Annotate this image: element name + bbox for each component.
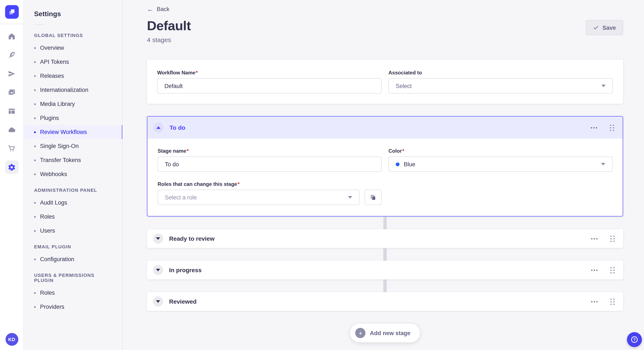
sidebar-item-audit-logs[interactable]: Audit Logs	[24, 196, 122, 210]
bullet-icon	[34, 159, 36, 161]
section-label-users-permissions-plugin: USERS & PERMISSIONS PLUGIN	[24, 266, 122, 286]
sidebar-item-media-library[interactable]: Media Library	[24, 97, 122, 111]
stage-more-options-icon[interactable]	[589, 125, 599, 130]
add-new-stage-button[interactable]: + Add new stage	[350, 324, 420, 342]
sidebar-item-internationalization[interactable]: Internationalization	[24, 83, 122, 97]
main-content: ← Back Default 4 stages Save Workflow Na…	[123, 0, 644, 350]
color-select[interactable]: Blue	[388, 157, 612, 172]
workflow-name-label: Workflow Name	[157, 70, 196, 76]
sidebar-item-plugins[interactable]: Plugins	[24, 111, 122, 125]
chevron-up-icon	[156, 126, 160, 129]
duplicate-stage-button[interactable]	[364, 190, 382, 205]
chevron-down-icon	[156, 300, 160, 303]
stage-roles-field: Roles that can change this stage* Select…	[158, 181, 382, 205]
stage-body-to-do: Stage name* Color* Blue	[147, 139, 623, 216]
stage-name-input[interactable]	[158, 157, 382, 172]
bullet-icon	[34, 216, 36, 217]
stage-more-options-icon[interactable]	[590, 268, 599, 272]
bullet-icon	[34, 173, 36, 175]
stage-drag-handle-icon[interactable]	[608, 123, 616, 133]
plus-icon: +	[356, 328, 366, 338]
sidebar-item-releases[interactable]: Releases	[24, 69, 122, 83]
blue-color-dot	[396, 162, 400, 166]
expand-stage-button[interactable]	[153, 265, 163, 275]
bullet-icon	[34, 47, 36, 49]
roles-label: Roles that can change this stage	[158, 181, 237, 187]
section-label-global-settings: GLOBAL SETTINGS	[24, 26, 122, 41]
settings-gear-icon[interactable]	[5, 160, 18, 174]
bullet-icon	[34, 61, 36, 63]
stage-card-in-progress[interactable]: In progress	[147, 261, 623, 279]
workflow-name-input[interactable]	[157, 78, 382, 94]
bullet-icon	[34, 131, 36, 133]
stage-title: Ready to review	[169, 235, 214, 242]
collapse-stage-button[interactable]	[153, 123, 164, 133]
required-marker: *	[402, 148, 404, 154]
stage-card-ready-to-review[interactable]: Ready to review	[147, 229, 623, 248]
sidebar-item-single-sign-on[interactable]: Single Sign-On	[24, 139, 122, 153]
section-label-email-plugin: EMAIL PLUGIN	[24, 238, 122, 252]
stage-drag-handle-icon[interactable]	[609, 265, 616, 275]
bullet-icon	[34, 89, 36, 91]
workflow-name-field: Workflow Name*	[157, 70, 382, 94]
sidebar-item-webhooks[interactable]: Webhooks	[24, 167, 122, 181]
associated-to-label: Associated to	[388, 70, 422, 76]
releases-paper-plane-icon[interactable]	[5, 67, 18, 80]
required-marker: *	[238, 181, 239, 187]
marketplace-cart-icon[interactable]	[5, 142, 18, 155]
content-type-builder-icon[interactable]	[5, 104, 18, 118]
user-avatar[interactable]: KD	[5, 333, 18, 346]
sidebar-item-admin-roles[interactable]: Roles	[24, 210, 122, 224]
content-manager-feather-icon[interactable]	[5, 48, 18, 62]
copy-icon	[370, 194, 376, 201]
help-button[interactable]: ?	[627, 332, 642, 347]
home-icon[interactable]	[5, 29, 18, 43]
deploy-cloud-icon[interactable]	[5, 123, 18, 137]
color-label: Color	[388, 148, 402, 154]
svg-text:?: ?	[633, 338, 636, 342]
stage-drag-handle-icon[interactable]	[609, 297, 616, 306]
roles-select[interactable]: Select a role	[158, 190, 360, 205]
rail-divider	[0, 24, 24, 24]
sidebar-item-api-tokens[interactable]: API Tokens	[24, 55, 122, 69]
page-title: Default	[147, 18, 191, 34]
section-label-administration-panel: ADMINISTRATION PANEL	[24, 181, 122, 196]
expand-stage-button[interactable]	[153, 296, 163, 307]
bullet-icon	[34, 117, 36, 119]
sidebar-item-review-workflows[interactable]: Review Workflows	[24, 125, 122, 139]
back-link[interactable]: ← Back	[147, 6, 170, 12]
bullet-icon	[34, 230, 36, 232]
save-button[interactable]: Save	[586, 20, 623, 35]
stage-name-label: Stage name	[158, 148, 186, 154]
strapi-logo[interactable]	[5, 5, 18, 19]
media-library-icon[interactable]	[5, 85, 18, 99]
sidebar-item-up-roles[interactable]: Roles	[24, 286, 122, 300]
stage-more-options-icon[interactable]	[590, 299, 599, 304]
required-marker: *	[187, 148, 189, 154]
expand-stage-button[interactable]	[153, 233, 163, 244]
chevron-down-icon	[601, 163, 605, 166]
stage-connector	[383, 248, 387, 261]
stage-drag-handle-icon[interactable]	[609, 234, 616, 243]
stage-name-field: Stage name*	[158, 148, 382, 172]
sidebar-item-overview[interactable]: Overview	[24, 41, 122, 55]
stage-card-reviewed[interactable]: Reviewed	[147, 292, 623, 311]
stage-connector	[383, 216, 387, 229]
check-icon	[593, 25, 599, 31]
sidebar-item-transfer-tokens[interactable]: Transfer Tokens	[24, 153, 122, 167]
workflow-form-card: Workflow Name* Associated to Select	[147, 59, 623, 104]
stage-card-to-do: To do Stage name* Col	[147, 116, 623, 216]
bullet-icon	[34, 145, 36, 147]
settings-sidebar: Settings GLOBAL SETTINGS Overview API To…	[24, 0, 123, 350]
sidebar-item-email-configuration[interactable]: Configuration	[24, 252, 122, 266]
bullet-icon	[34, 75, 36, 77]
stage-header-to-do[interactable]: To do	[147, 117, 623, 139]
sidebar-item-up-providers[interactable]: Providers	[24, 300, 122, 314]
sidebar-item-admin-users[interactable]: Users	[24, 224, 122, 238]
stage-color-field: Color* Blue	[388, 148, 612, 172]
stage-title: In progress	[169, 267, 202, 273]
stage-more-options-icon[interactable]	[590, 236, 599, 241]
arrow-left-icon: ←	[147, 6, 153, 12]
chevron-down-icon	[602, 85, 606, 87]
associated-to-select[interactable]: Select	[388, 78, 613, 94]
